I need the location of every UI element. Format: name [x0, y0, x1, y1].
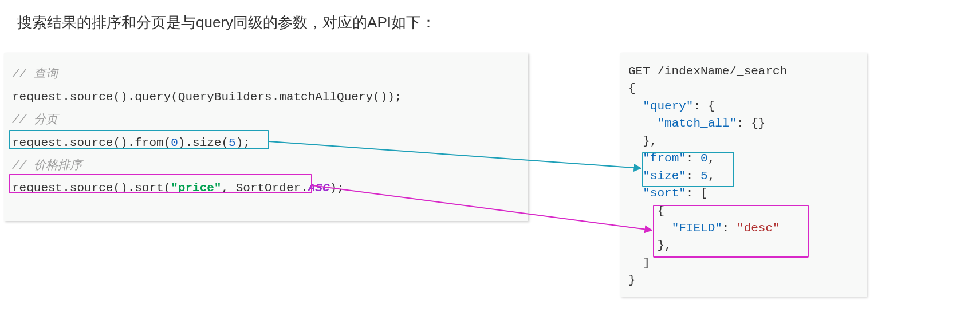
- code-line-pagination: request.source().from(0).size(5);: [12, 132, 520, 155]
- code-line-sort: request.source().sort("price", SortOrder…: [12, 177, 520, 200]
- page-heading: 搜索结果的排序和分页是与query同级的参数，对应的API如下：: [17, 13, 436, 33]
- comment-sort: // 价格排序: [12, 159, 82, 172]
- comment-pagination: // 分页: [12, 113, 58, 127]
- java-code-block: // 查询 request.source().query(QueryBuilde…: [4, 53, 528, 221]
- json-code-block: GET /indexName/_search { "query": { "mat…: [620, 53, 867, 297]
- comment-query: // 查询: [12, 68, 58, 81]
- code-line-query: request.source().query(QueryBuilders.mat…: [12, 86, 520, 109]
